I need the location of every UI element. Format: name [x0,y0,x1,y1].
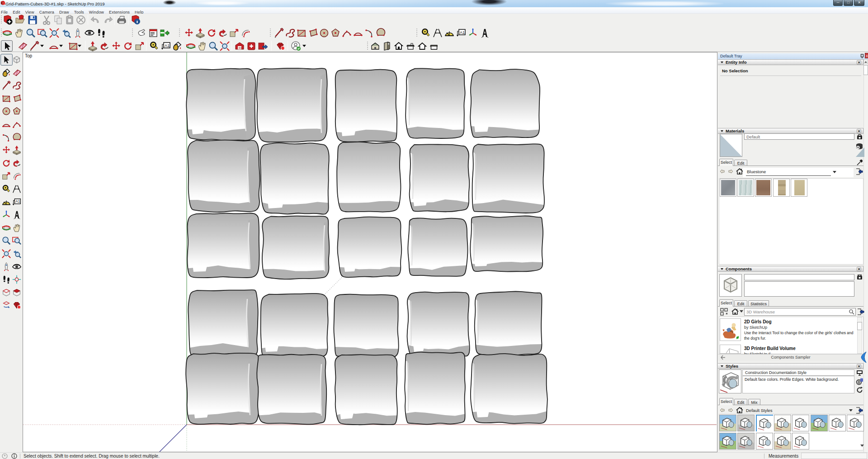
svg-text:A1: A1 [460,30,465,35]
svg-text:A1: A1 [165,43,170,48]
svg-text:3D: 3D [238,47,242,49]
svg-text:A1: A1 [15,199,20,203]
